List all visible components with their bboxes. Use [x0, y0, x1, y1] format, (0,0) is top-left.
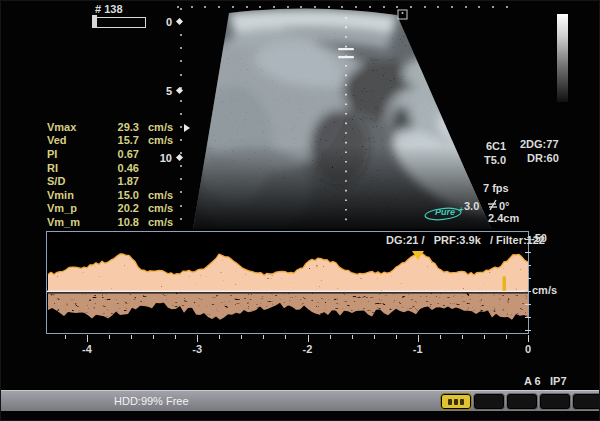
- softkey-button-3[interactable]: [506, 393, 538, 410]
- time-axis-label: -1: [413, 343, 423, 355]
- measurement-value: 10.8: [99, 216, 139, 228]
- softkey-button-5[interactable]: [572, 393, 600, 410]
- status-bar: HDD:99% Free: [1, 390, 600, 411]
- measurement-row: Vmax29.3cm/s: [47, 120, 182, 134]
- velocity-unit-label: cm/s: [532, 284, 557, 296]
- measurement-label: PI: [47, 148, 99, 160]
- softkey-button-2[interactable]: [473, 393, 505, 410]
- pure-logo-plus: +: [459, 205, 464, 214]
- measurement-row: Vm_p20.2cm/s: [47, 202, 182, 216]
- doppler-spectrum: [47, 232, 528, 333]
- measurement-value: 15.0: [99, 189, 139, 201]
- measurement-label: Vmin: [47, 189, 99, 201]
- caliper-marker-icon[interactable]: [503, 276, 507, 291]
- dynamic-range-label: DR:60: [527, 152, 559, 164]
- measurement-label: Vm_p: [47, 202, 99, 214]
- gate-depth-label: 2.4cm: [488, 212, 519, 224]
- gain-indicator-handle[interactable]: [92, 15, 97, 28]
- thermal-index-label: T5.0: [484, 154, 506, 166]
- measurement-row: Ved15.7cm/s: [47, 134, 182, 148]
- measurement-value: 0.67: [99, 148, 139, 160]
- measurement-row: Vmin15.0cm/s: [47, 188, 182, 202]
- depth-label: 5: [156, 85, 172, 97]
- measurement-unit: cm/s: [148, 121, 182, 133]
- cine-button[interactable]: [440, 393, 472, 410]
- measurement-row: S/D1.87: [47, 174, 182, 188]
- time-axis-label: 0: [525, 343, 531, 355]
- doppler-gate-bottom[interactable]: [338, 56, 354, 58]
- frame-rate-label: 7 fps: [483, 182, 509, 194]
- orientation-marker-icon: [398, 10, 407, 19]
- velocity-scale-top: -50: [531, 232, 547, 244]
- mode-gain-label: 2DG:77: [520, 138, 559, 150]
- measurement-row: RI0.46: [47, 161, 182, 175]
- hdd-status-label: HDD:99% Free: [114, 395, 189, 407]
- b-mode-image: [179, 5, 509, 231]
- softkey-button-4[interactable]: [539, 393, 571, 410]
- ultrasound-screen: # 138 0510: [0, 0, 600, 421]
- measurement-unit: cm/s: [148, 216, 182, 228]
- measurement-row: Vm_m10.8cm/s: [47, 215, 182, 229]
- time-axis-label: -4: [82, 343, 92, 355]
- gain-indicator-bar[interactable]: [94, 17, 146, 28]
- time-axis: 0-1-2-3-4: [47, 334, 529, 356]
- probe-label: 6C1: [486, 140, 506, 152]
- grayscale-bar: [557, 14, 568, 102]
- measurement-panel: Vmax29.3cm/sVed15.7cm/sPI0.67RI0.46S/D1.…: [47, 120, 182, 229]
- angle-correct-icon: [487, 199, 499, 211]
- depth-label: 0: [156, 16, 172, 28]
- frame-number: # 138: [95, 3, 123, 15]
- measurement-value: 0.46: [99, 162, 139, 174]
- time-axis-label: -2: [303, 343, 313, 355]
- measurement-label: Vm_m: [47, 216, 99, 228]
- measurement-unit: cm/s: [148, 202, 182, 214]
- measurement-unit: cm/s: [148, 134, 182, 146]
- pure-logo: Pure +: [423, 206, 475, 221]
- measurement-value: 20.2: [99, 202, 139, 214]
- measurement-label: S/D: [47, 175, 99, 187]
- measurement-label: Ved: [47, 134, 99, 146]
- measurement-label: RI: [47, 162, 99, 174]
- measurement-row: PI0.67: [47, 147, 182, 161]
- angle-value: 0°: [499, 200, 510, 212]
- measurement-unit: cm/s: [148, 189, 182, 201]
- measurement-label: Vmax: [47, 121, 99, 133]
- measurement-value: 1.87: [99, 175, 139, 187]
- annotation-a6: A 6: [524, 375, 541, 387]
- measurement-value: 29.3: [99, 121, 139, 133]
- measurement-value: 15.7: [99, 134, 139, 146]
- doppler-gate-top[interactable]: [338, 48, 354, 50]
- pure-logo-text: Pure: [435, 207, 455, 217]
- annotation-ip7: IP7: [550, 375, 567, 387]
- doppler-baseline[interactable]: [47, 291, 528, 293]
- time-axis-label: -3: [192, 343, 202, 355]
